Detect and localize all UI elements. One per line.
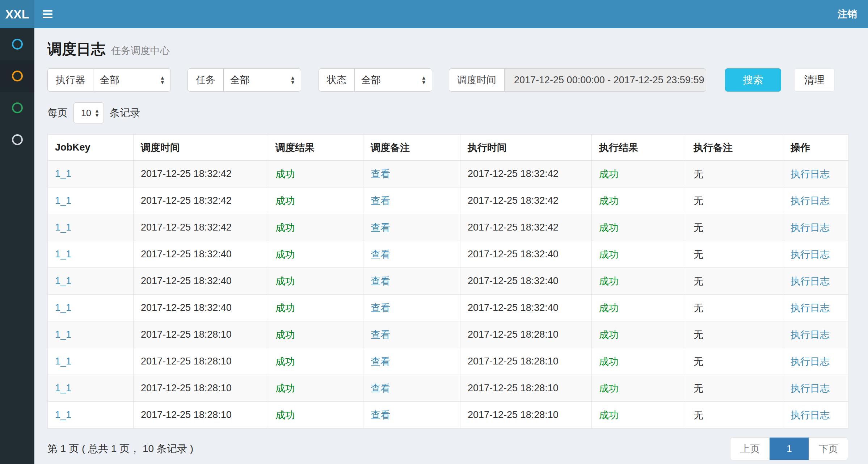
job_key-link[interactable]: 1_1 bbox=[55, 302, 71, 313]
job_key-link[interactable]: 1_1 bbox=[55, 383, 71, 393]
job_key-link[interactable]: 1_1 bbox=[55, 249, 71, 260]
handle_time-text: 2017-12-25 18:28:10 bbox=[468, 409, 559, 420]
trigger_msg-link[interactable]: 查看 bbox=[371, 410, 390, 421]
trigger_time-cell: 2017-12-25 18:32:40 bbox=[134, 295, 268, 321]
action-link[interactable]: 执行日志 bbox=[791, 303, 830, 313]
handle_result-text: 成功 bbox=[599, 410, 619, 421]
handle_time-cell: 2017-12-25 18:28:10 bbox=[460, 321, 592, 348]
column-header-3: 调度结果 bbox=[268, 135, 363, 161]
handle_result-cell: 成功 bbox=[592, 402, 686, 429]
select-arrows-icon: ▴▾ bbox=[291, 75, 294, 85]
circle-outline-icon bbox=[12, 71, 23, 81]
status-filter-select[interactable]: 全部 ▴▾ bbox=[354, 68, 432, 92]
executor-filter-select[interactable]: 全部 ▴▾ bbox=[93, 68, 171, 92]
handle_time-text: 2017-12-25 18:28:10 bbox=[468, 356, 559, 367]
trigger-time-filter-label: 调度时间 bbox=[449, 68, 504, 92]
action-cell: 执行日志 bbox=[783, 402, 848, 429]
job-filter-select[interactable]: 全部 ▴▾ bbox=[223, 68, 301, 92]
job_key-link[interactable]: 1_1 bbox=[55, 329, 71, 340]
action-link[interactable]: 执行日志 bbox=[791, 169, 830, 180]
next-page-button[interactable]: 下页 bbox=[809, 438, 848, 460]
sidebar-toggle-button[interactable] bbox=[34, 0, 60, 28]
action-cell: 执行日志 bbox=[783, 321, 848, 348]
job_key-link[interactable]: 1_1 bbox=[55, 356, 71, 367]
trigger_time-text: 2017-12-25 18:32:42 bbox=[141, 168, 232, 179]
trigger_msg-link[interactable]: 查看 bbox=[371, 276, 390, 287]
action-link[interactable]: 执行日志 bbox=[791, 222, 830, 233]
table-row: 1_12017-12-25 18:28:10成功查看2017-12-25 18:… bbox=[48, 375, 848, 402]
trigger_time-cell: 2017-12-25 18:28:10 bbox=[134, 402, 268, 429]
trigger_msg-link[interactable]: 查看 bbox=[371, 249, 390, 260]
trigger_msg-cell: 查看 bbox=[363, 375, 460, 402]
action-cell: 执行日志 bbox=[783, 214, 848, 241]
job_key-cell: 1_1 bbox=[48, 321, 134, 348]
pagination: 上页 1 下页 bbox=[730, 437, 848, 460]
current-page-button[interactable]: 1 bbox=[770, 438, 809, 460]
select-arrows-icon: ▴▾ bbox=[422, 75, 425, 85]
trigger_result-cell: 成功 bbox=[268, 375, 363, 402]
action-link[interactable]: 执行日志 bbox=[791, 329, 830, 340]
trigger-time-range-input[interactable]: 2017-12-25 00:00:00 - 2017-12-25 23:59:5… bbox=[504, 68, 706, 92]
main-content: 调度日志 任务调度中心 执行器 全部 ▴▾ 任务 全部 ▴▾ 状态 全部 ▴▾ bbox=[34, 28, 868, 464]
action-link[interactable]: 执行日志 bbox=[791, 195, 830, 206]
handle_msg-cell: 无 bbox=[686, 268, 783, 295]
trigger_msg-link[interactable]: 查看 bbox=[371, 356, 390, 367]
sidebar-item-2[interactable] bbox=[0, 60, 34, 92]
handle_msg-cell: 无 bbox=[686, 321, 783, 348]
trigger_result-cell: 成功 bbox=[268, 241, 363, 268]
sidebar-item-4[interactable] bbox=[0, 124, 34, 156]
sidebar-item-1[interactable] bbox=[0, 28, 34, 60]
trigger_time-text: 2017-12-25 18:32:40 bbox=[141, 249, 232, 260]
trigger_result-text: 成功 bbox=[275, 169, 295, 180]
trigger_result-cell: 成功 bbox=[268, 161, 363, 187]
trigger_result-text: 成功 bbox=[275, 356, 295, 367]
handle_msg-cell: 无 bbox=[686, 402, 783, 429]
trigger_msg-link[interactable]: 查看 bbox=[371, 222, 390, 233]
job_key-cell: 1_1 bbox=[48, 295, 134, 321]
logout-button[interactable]: 注销 bbox=[827, 0, 868, 28]
trigger_time-text: 2017-12-25 18:32:42 bbox=[141, 195, 232, 206]
trigger_time-cell: 2017-12-25 18:32:42 bbox=[134, 214, 268, 241]
action-link[interactable]: 执行日志 bbox=[791, 410, 830, 421]
trigger_result-text: 成功 bbox=[275, 195, 295, 206]
table-footer: 第 1 页 ( 总共 1 页， 10 条记录 ) 上页 1 下页 bbox=[47, 437, 848, 460]
action-link[interactable]: 执行日志 bbox=[791, 276, 830, 287]
job_key-cell: 1_1 bbox=[48, 187, 134, 214]
handle_time-text: 2017-12-25 18:32:40 bbox=[468, 302, 559, 313]
trigger_msg-link[interactable]: 查看 bbox=[371, 169, 390, 180]
search-button[interactable]: 搜索 bbox=[725, 68, 781, 92]
trigger_result-text: 成功 bbox=[275, 249, 295, 260]
action-link[interactable]: 执行日志 bbox=[791, 383, 830, 394]
trigger_msg-link[interactable]: 查看 bbox=[371, 383, 390, 394]
sidebar-item-3[interactable] bbox=[0, 92, 34, 124]
handle_time-cell: 2017-12-25 18:32:42 bbox=[460, 214, 592, 241]
page-title: 调度日志 bbox=[47, 39, 105, 59]
job_key-link[interactable]: 1_1 bbox=[55, 409, 71, 420]
trigger_msg-link[interactable]: 查看 bbox=[371, 303, 390, 313]
action-cell: 执行日志 bbox=[783, 375, 848, 402]
handle_time-text: 2017-12-25 18:32:40 bbox=[468, 275, 559, 286]
trigger_msg-link[interactable]: 查看 bbox=[371, 329, 390, 340]
column-header-1: JobKey bbox=[48, 135, 134, 161]
job-filter-value: 全部 bbox=[230, 73, 250, 87]
prev-page-button[interactable]: 上页 bbox=[730, 438, 770, 460]
job_key-link[interactable]: 1_1 bbox=[55, 275, 71, 286]
trigger_msg-cell: 查看 bbox=[363, 241, 460, 268]
page-size-suffix-label: 条记录 bbox=[110, 106, 140, 120]
trigger_msg-cell: 查看 bbox=[363, 268, 460, 295]
action-cell: 执行日志 bbox=[783, 348, 848, 375]
job_key-link[interactable]: 1_1 bbox=[55, 168, 71, 179]
handle_result-text: 成功 bbox=[599, 249, 619, 260]
action-link[interactable]: 执行日志 bbox=[791, 249, 830, 260]
table-row: 1_12017-12-25 18:32:40成功查看2017-12-25 18:… bbox=[48, 268, 848, 295]
handle_time-text: 2017-12-25 18:32:42 bbox=[468, 222, 559, 233]
page-size-select[interactable]: 10 ▴▾ bbox=[73, 102, 104, 123]
trigger_time-cell: 2017-12-25 18:28:10 bbox=[134, 375, 268, 402]
app-logo[interactable]: XXL bbox=[0, 0, 34, 28]
job_key-link[interactable]: 1_1 bbox=[55, 195, 71, 206]
handle_time-text: 2017-12-25 18:32:40 bbox=[468, 249, 559, 260]
clear-button[interactable]: 清理 bbox=[794, 68, 835, 92]
job_key-link[interactable]: 1_1 bbox=[55, 222, 71, 233]
trigger_msg-link[interactable]: 查看 bbox=[371, 195, 390, 206]
action-link[interactable]: 执行日志 bbox=[791, 356, 830, 367]
